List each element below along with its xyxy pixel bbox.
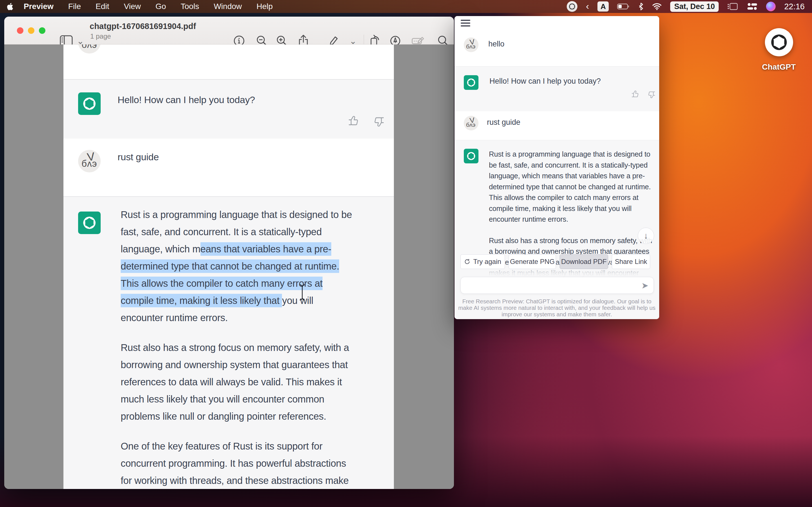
menu-bar: Preview File Edit View Go Tools Window H… xyxy=(0,0,812,13)
plain-text: One of the key features of Rust is its s… xyxy=(121,439,322,453)
avatar-glyph: бʌэ xyxy=(82,45,97,50)
thumbs-up-icon[interactable] xyxy=(631,90,640,98)
avatar-glyph: бʌэ xyxy=(82,158,97,169)
menu-bar-status: ‹ A Sat, Dec 10 22:16 xyxy=(567,1,812,12)
menu-bar-clock[interactable]: 22:16 xyxy=(784,2,805,11)
selected-text: determined type that cannot be changed a… xyxy=(121,260,339,273)
generate-png-button[interactable]: Generate PNG xyxy=(509,255,556,269)
menu-item-window[interactable]: Window xyxy=(206,2,249,11)
chat-message-input[interactable]: ➤ xyxy=(460,277,654,294)
chat-row-user-hello: V бʌэ hello xyxy=(455,31,659,66)
plain-text: encounter runtime errors. xyxy=(121,311,228,325)
wifi-icon[interactable] xyxy=(652,3,662,10)
thumbs-down-icon[interactable] xyxy=(373,116,385,128)
assistant-greeting-text: Hello! How can I help you today? xyxy=(490,77,601,86)
chatgpt-desktop-icon[interactable]: ChatGPT xyxy=(758,28,799,71)
pdf-text-line: determined type that cannot be changed a… xyxy=(121,261,352,278)
download-pdf-button[interactable]: Download PDF xyxy=(560,255,608,269)
chatgpt-avatar xyxy=(78,212,101,234)
pdf-text-line: for working with threads, and these abst… xyxy=(121,475,352,489)
input-source-indicator[interactable]: A xyxy=(598,1,609,11)
menu-item-edit[interactable]: Edit xyxy=(88,2,116,11)
pdf-text-line: compile time, making it less likely that… xyxy=(121,295,352,313)
minimize-button[interactable] xyxy=(28,27,35,34)
try-again-label: Try again xyxy=(473,258,501,266)
plain-text: for working with threads, and these abst… xyxy=(121,474,349,487)
chat-row-assistant-greeting: Hello! How can I help you today? xyxy=(455,66,659,112)
down-arrow-icon: ↓ xyxy=(644,231,648,240)
pdf-answer-paragraph: Rust also has a strong focus on memory s… xyxy=(121,342,352,428)
try-again-button[interactable]: Try again xyxy=(460,255,505,269)
zoom-window-button[interactable] xyxy=(39,27,45,34)
chatgpt-avatar xyxy=(464,75,478,90)
battery-icon[interactable] xyxy=(617,3,629,10)
plain-text: language, which m xyxy=(121,242,200,256)
menu-item-tools[interactable]: Tools xyxy=(173,2,206,11)
pdf-text-line: Rust is a programming language that is d… xyxy=(121,209,352,226)
chatgpt-header xyxy=(455,16,659,31)
user-prompt-text: rust guide xyxy=(117,152,159,163)
pdf-text-line: fast, safe, and concurrent. It is a stat… xyxy=(121,226,352,244)
selected-text: eans that variables have a pre- xyxy=(200,242,331,256)
menu-hamburger-icon[interactable] xyxy=(461,20,470,26)
plain-text: borrowing and ownership system that guar… xyxy=(121,358,348,372)
thumbs-down-icon[interactable] xyxy=(647,91,656,99)
chatgpt-avatar xyxy=(464,149,478,163)
pdf-text-line: language, which means that variables hav… xyxy=(121,244,352,261)
close-button[interactable] xyxy=(17,27,23,34)
apple-logo-icon xyxy=(6,2,14,11)
plain-text: much less likely that you will encounter… xyxy=(121,392,324,406)
plain-text: concurrent programming. It has powerful … xyxy=(121,457,346,470)
menu-bar-date[interactable]: Sat, Dec 10 xyxy=(670,1,719,12)
pdf-text-line: Rust also has a strong focus on memory s… xyxy=(121,342,352,359)
pdf-row-assistant-answer: Rust is a programming language that is d… xyxy=(63,196,394,489)
text-cursor xyxy=(299,284,306,301)
scroll-to-bottom-button[interactable]: ↓ xyxy=(638,228,654,244)
menu-item-file[interactable]: File xyxy=(61,2,88,11)
selected-text: compile time, making it less likely that xyxy=(121,294,282,307)
preview-content-area[interactable]: V бʌэ Hello! How can I help you today? xyxy=(4,45,454,489)
menu-item-go[interactable]: Go xyxy=(148,2,173,11)
user-prompt-text: rust guide xyxy=(487,118,520,127)
pdf-text-line: One of the key features of Rust is its s… xyxy=(121,441,352,458)
preview-window: ⌄ chatgpt-1670681691904.pdf 1 page ⌄ xyxy=(4,17,454,489)
menu-item-help[interactable]: Help xyxy=(249,2,280,11)
thumbs-up-icon[interactable] xyxy=(348,115,359,127)
pdf-answer-paragraph: Rust is a programming language that is d… xyxy=(121,209,352,330)
pdf-page[interactable]: V бʌэ Hello! How can I help you today? xyxy=(63,45,394,489)
download-pdf-label: Download PDF xyxy=(561,258,606,266)
control-center-icon[interactable] xyxy=(747,3,758,10)
desktop-icon-label: ChatGPT xyxy=(758,62,799,71)
menu-bar-left: Preview File Edit View Go Tools Window H… xyxy=(0,2,280,11)
pdf-row-user-prompt: V бʌэ rust guide xyxy=(63,138,394,196)
siri-icon[interactable] xyxy=(766,2,776,11)
preview-title-bar[interactable]: ⌄ chatgpt-1670681691904.pdf 1 page ⌄ xyxy=(4,17,454,45)
selected-text: This allows the compiler to catch many e… xyxy=(121,277,322,290)
generate-png-label: Generate PNG xyxy=(510,258,555,266)
collapse-status-icon[interactable]: ‹ xyxy=(586,1,589,11)
chatgpt-status-icon[interactable] xyxy=(567,1,577,12)
plain-text: problems like null or dangling pointer r… xyxy=(121,409,326,423)
screen-mirroring-icon[interactable] xyxy=(727,2,739,11)
pdf-text-line: problems like null or dangling pointer r… xyxy=(121,411,352,428)
chat-footer-disclaimer: Free Research Preview: ChatGPT is optimi… xyxy=(457,298,656,318)
avatar-glyph: бʌэ xyxy=(466,121,475,128)
menu-item-view[interactable]: View xyxy=(116,2,148,11)
user-avatar: V бʌэ xyxy=(78,45,101,54)
apple-menu-icon[interactable] xyxy=(0,2,20,11)
plain-text: Rust is a programming language that is d… xyxy=(121,208,352,221)
menu-item-preview[interactable]: Preview xyxy=(20,2,61,11)
share-link-button[interactable]: Share Link xyxy=(612,255,650,269)
user-avatar: V бʌэ xyxy=(464,116,478,130)
pdf-answer-paragraph: One of the key features of Rust is its s… xyxy=(121,441,352,489)
chat-answer-paragraph: Rust is a programming language that is d… xyxy=(489,149,657,225)
send-icon[interactable]: ➤ xyxy=(642,281,649,290)
avatar-glyph: бʌэ xyxy=(466,43,475,50)
window-title: chatgpt-1670681691904.pdf xyxy=(90,22,196,31)
bluetooth-icon[interactable] xyxy=(638,3,644,10)
chatgpt-app-icon[interactable] xyxy=(765,28,793,56)
pdf-text-line: concurrent programming. It has powerful … xyxy=(121,458,352,475)
pdf-text-line: encounter runtime errors. xyxy=(121,313,352,330)
user-avatar: V бʌэ xyxy=(78,150,101,172)
page-count: 1 page xyxy=(90,33,111,40)
